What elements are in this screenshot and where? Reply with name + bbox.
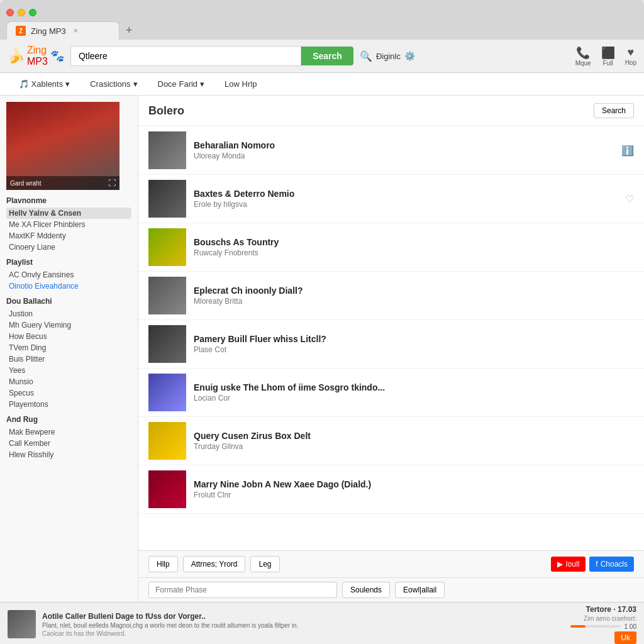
toolbar: 🍌 Zing MP3 🐾 Search 🔍 Điginlc ⚙️ 📞 Mque … [0,40,644,73]
heart-icon-1[interactable]: ♡ [625,194,634,204]
heart-icon: ♥ [627,46,634,59]
song-info-6: Query Cusen Zirus Box Delt Trurday Gllnv… [194,431,634,451]
song-artist-7: Frolutt Clnr [194,491,634,499]
nav-right-mque[interactable]: 📞 Mque [575,46,591,67]
minimize-button[interactable] [18,9,25,16]
logo-paw-icon: 🐾 [50,49,64,63]
logo: 🍌 Zing MP3 🐾 [8,45,64,67]
song-list-title: Bolero [148,104,184,118]
song-thumb-7 [148,470,186,508]
song-title-1: Baxtes & Deterro Nemio [194,189,625,199]
leg-button[interactable]: Leg [250,556,279,572]
song-list-search-button[interactable]: Search [594,103,634,118]
sidebar-item-maxtkf[interactable]: MaxtKF Mddenty [6,230,131,242]
fullscreen-button[interactable] [29,9,36,16]
info-icon-0[interactable]: ℹ️ [621,145,634,156]
sidebar-section-playlist: Playlist [6,258,131,267]
sidebar-item-playemtons[interactable]: Playemtons [6,399,131,410]
nav-right-label-1: Mque [575,60,591,67]
settings-icon[interactable]: ⚙️ [404,51,415,61]
player-artist-line: Plant, nlet, bouil eelleds Magnoi,chg a … [42,622,564,629]
comment-input[interactable] [148,582,337,598]
sidebar-item-hellv[interactable]: Hellv Yalnv & Cnsen [6,208,131,219]
sidebar-item-oinotio[interactable]: Oinotio Eiveahdance [6,280,131,292]
nav-item-doce-farid[interactable]: Doce Farid ▾ [149,73,214,95]
fullscreen-icon: ⬛ [601,46,615,60]
tab-favicon: Z [16,26,26,36]
player-progress-fill [570,625,586,628]
close-button[interactable] [6,9,14,16]
sidebar-item-mh-guery[interactable]: Mh Guery Vieming [6,319,131,331]
sidebar-item-specus[interactable]: Specus [6,387,131,399]
nav-item-low-hrlp[interactable]: Low Hrlp [216,73,265,95]
song-item-4[interactable]: Pamery Buill Fluer whiss Litcll? Plase C… [138,320,644,369]
song-action-1[interactable]: ♡ [625,193,634,205]
tab-close-button[interactable]: × [74,26,78,35]
nav-right-label-2: Full [603,60,613,67]
player-expand-icon[interactable]: ⛶ [108,179,116,187]
sidebar-item-call[interactable]: Call Kember [6,438,131,449]
hllp-button[interactable]: Hllp [148,556,178,572]
sidebar-item-cinoery[interactable]: Cinoery Liane [6,242,131,253]
song-thumb-4 [148,325,186,363]
volume-button[interactable]: Uk [614,631,636,644]
search-button[interactable]: Search [301,47,353,65]
nav-item-label-4: Low Hrlp [225,79,257,89]
player-overlay: Gard wraht ⛶ [6,176,119,190]
song-list-header: Bolero Search [138,96,644,126]
post-button[interactable]: Eowl|allail [395,582,445,598]
player-bar-right: Tertore · 17.03 Zim aeno craehort: 1 00 … [570,605,636,644]
sidebar-item-me-xa[interactable]: Me XA Flicer Phinblers [6,219,131,230]
sidebar-item-mak[interactable]: Mak Bewpere [6,426,131,438]
song-thumb-6 [148,422,186,460]
sidebar-item-how-becus[interactable]: How Becus [6,331,131,342]
nav-item-crasictions[interactable]: Crasictions ▾ [81,73,146,95]
song-info-4: Pamery Buill Fluer whiss Litcll? Plase C… [194,334,634,354]
song-artist-0: Uloreay Monda [194,152,621,160]
nav-item-xablents[interactable]: 🎵 Xablents ▾ [10,73,79,95]
sidebar-item-ac-onvly[interactable]: AC Onvly Eansines [6,269,131,280]
nav-bar: 🎵 Xablents ▾ Crasictions ▾ Doce Farid ▾ … [0,73,644,96]
song-artist-3: Mloreaty Britta [194,297,634,306]
player-bar: Aotile Caller Bulleni Dage to fUss dor V… [0,602,644,644]
song-title-5: Enuig uske The Lhom of iime Sosgro tkind… [194,382,634,392]
chevron-down-icon-1: ▾ [65,79,70,89]
sidebar-section-plavnonme: Plavnonme [6,196,131,205]
player-label: Gard wraht [10,180,41,187]
sidebar-item-hlew[interactable]: Hlew Risshily [6,449,131,460]
sidebar-section-and-rug: And Rug [6,415,131,424]
youtube-button[interactable]: ▶ Ioull [551,557,586,572]
send-button[interactable]: Soulends [342,582,390,598]
sidebar-item-buis-plitter[interactable]: Buis Plitter [6,353,131,365]
nav-right-hop[interactable]: ♥ Hop [625,46,636,66]
search-input[interactable] [70,46,301,66]
chevron-down-icon-3: ▾ [200,79,204,89]
song-item-6[interactable]: Query Cusen Zirus Box Delt Trurday Gllnv… [138,417,644,465]
login-label[interactable]: Điginlc [376,52,401,61]
sidebar-item-justion[interactable]: Justion [6,308,131,319]
active-tab[interactable]: Z Zing MP3 × [6,21,119,40]
sidebar: Gard wraht ⛶ Plavnonme Hellv Yalnv & Cns… [0,96,138,602]
search-small-icon: 🔍 [360,50,372,62]
song-title-3: Eplecrat Ch inoonly Diall? [194,286,634,296]
attrnes-button[interactable]: Attrnes; Yrord [183,556,246,572]
song-item-1[interactable]: Baxtes & Deterro Nemio Erole by hllgsva … [138,175,644,223]
song-info-7: Marry Nine Jobn A New Xaee Dago (Diald.)… [194,479,634,499]
song-item-5[interactable]: Enuig uske The Lhom of iime Sosgro tkind… [138,369,644,417]
search-bar: Search [70,46,353,66]
browser-chrome: Z Zing MP3 × + [0,0,644,40]
song-item-0[interactable]: Beharalian Nomoro Uloreay Monda ℹ️ [138,126,644,175]
song-action-0[interactable]: ℹ️ [621,145,634,157]
sidebar-item-tvem-ding[interactable]: TVem Ding [6,342,131,353]
sidebar-item-munsio[interactable]: Munsio [6,376,131,387]
song-item-2[interactable]: Bouschs As Tountry Ruwcaly Fnobrents [138,223,644,272]
new-tab-button[interactable]: + [121,21,138,40]
player-progress-bar[interactable] [570,625,621,628]
sidebar-item-yees[interactable]: Yees [6,365,131,376]
nav-right-full[interactable]: ⬛ Full [601,46,615,67]
nav-item-label-1: 🎵 Xablents [19,79,63,89]
facebook-button[interactable]: f Choacls [589,557,634,572]
song-item-3[interactable]: Eplecrat Ch inoonly Diall? Mloreaty Brit… [138,272,644,320]
youtube-icon: ▶ [557,560,563,569]
song-item-7[interactable]: Marry Nine Jobn A New Xaee Dago (Diald.)… [138,465,644,514]
